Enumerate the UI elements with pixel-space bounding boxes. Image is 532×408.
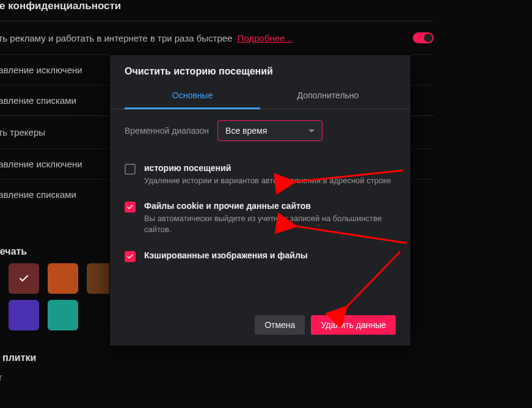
option-desc: Вы автоматически выйдете из учетных запи…: [144, 213, 396, 235]
section-privacy-title: ечение конфиденциальности: [0, 0, 434, 21]
clear-history-dialog: Очистить историю посещений Основные Допо…: [110, 55, 410, 346]
option-title: Файлы cookie и прочие данные сайтов: [144, 201, 396, 211]
time-range-label: Временной диапазон: [125, 126, 209, 136]
tile-animation-title: мация плитки: [0, 352, 434, 363]
time-range-row: Временной диапазон Все время: [110, 109, 410, 152]
dialog-title: Очистить историю посещений: [110, 55, 410, 83]
time-range-select[interactable]: Все время: [217, 120, 322, 141]
checkbox-cache[interactable]: [125, 251, 136, 262]
ad-blocker-toggle[interactable]: [413, 32, 434, 43]
dialog-tabs: Основные Дополнительно: [110, 83, 410, 109]
checkbox-cookies[interactable]: [125, 202, 136, 213]
tab-basic[interactable]: Основные: [125, 83, 260, 109]
tab-advanced[interactable]: Дополнительно: [260, 83, 396, 109]
swatch-2[interactable]: [9, 263, 39, 294]
ad-blocker-label: кировать рекламу и работать в интернете …: [0, 33, 232, 43]
dialog-footer: Отмена Удалить данные: [110, 304, 410, 346]
option-desc: Удаление истории и вариантов автозаполне…: [144, 175, 391, 186]
option-browsing-history: историю посещений Удаление истории и вар…: [125, 156, 396, 194]
learn-more-link[interactable]: Подробнее...: [237, 33, 292, 43]
clear-options: историю посещений Удаление истории и вар…: [110, 152, 410, 269]
check-icon: [18, 273, 29, 284]
option-title: историю посещений: [144, 163, 391, 173]
option-cache: Кэшированные изображения и файлы: [125, 243, 396, 269]
cancel-button[interactable]: Отмена: [255, 315, 305, 335]
radio-no-label: Нет: [0, 372, 2, 382]
chevron-down-icon: [308, 129, 315, 133]
check-icon: [126, 203, 134, 211]
setting-ad-blocker: кировать рекламу и работать в интернете …: [0, 21, 434, 54]
swatch-6[interactable]: [9, 300, 39, 330]
block-trackers-label: кировать трекеры: [0, 127, 45, 137]
checkbox-browsing-history[interactable]: [125, 164, 136, 175]
swatch-3[interactable]: [48, 263, 78, 294]
option-cookies: Файлы cookie и прочие данные сайтов Вы а…: [125, 194, 396, 242]
swatch-7[interactable]: [48, 300, 78, 330]
time-range-value: Все время: [225, 126, 267, 136]
delete-data-button[interactable]: Удалить данные: [311, 315, 396, 335]
option-title: Кэшированные изображения и файлы: [144, 250, 308, 260]
check-icon: [126, 253, 134, 260]
